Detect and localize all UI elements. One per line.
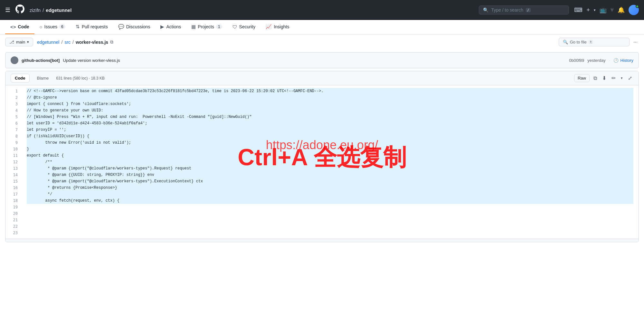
repo-nav: <> Code ○ Issues 6 ⇅ Pull requests 💬 Dis… [0,20,644,34]
hamburger-icon[interactable]: ☰ [5,6,10,14]
tab-projects-label: Projects [198,24,214,29]
line-number: 3 [5,101,22,107]
tab-code-label: Code [18,24,29,29]
horizontal-scrollbar[interactable] [5,239,639,242]
code-line: * @param {import("@cloudflare/workers-ty… [27,178,633,185]
commit-author[interactable]: github-actions[bot] [22,58,60,63]
code-wrapper: https://adone.eu.org/ Ctrl+A 全选复制 123456… [5,85,639,242]
tab-discussions[interactable]: 💬 Discussions [113,20,156,34]
user-avatar[interactable] [629,5,639,15]
line-number: 17 [5,191,22,197]
projects-icon: ▦ [191,24,196,30]
header-breadcrumb-sep: / [43,7,44,13]
tab-security-label: Security [239,24,256,29]
code-line: * @param {import("@cloudflare/workers-ty… [27,165,633,172]
breadcrumb-src-link[interactable]: src [64,40,71,45]
new-action-dropdown[interactable]: ▾ [594,8,596,12]
copy-path-button[interactable]: ⧉ [110,39,113,45]
line-number: 8 [5,133,22,139]
line-number: 9 [5,139,22,146]
search-placeholder: Type / to search [491,7,523,13]
code-line: // @ts-ignore [27,94,633,101]
download-button[interactable]: ⬇ [601,74,608,82]
line-number: 13 [5,165,22,172]
branch-name: main [16,40,25,44]
global-search[interactable]: 🔍 Type / to search / [479,5,569,14]
blame-tab-button[interactable]: Blame [33,74,53,82]
code-icon: <> [10,24,16,30]
header: ☰ zizifn / edgetunnel 🔍 Type / to search… [0,0,644,20]
header-actions: ⌨ + ▾ 📺 ⑂ 🔔 [574,5,639,15]
file-actions-right: 🔍 Go to file t ··· [559,38,639,46]
line-number: 7 [5,127,22,133]
line-number: 19 [5,204,22,210]
new-action-icon[interactable]: + [586,7,590,14]
tab-security[interactable]: 🛡 Security [227,20,261,34]
search-icon2: 🔍 [563,40,568,44]
discussions-icon: 💬 [118,24,124,30]
line-number: 22 [5,223,22,230]
commit-hash[interactable]: 0b00f89 [569,58,584,63]
raw-button[interactable]: Raw [574,74,590,82]
tab-pull-requests[interactable]: ⇅ Pull requests [71,20,113,34]
go-to-file-label: Go to file [570,40,587,44]
activity-icon[interactable]: 📺 [600,6,607,14]
projects-badge: 1 [216,24,222,29]
fork-icon[interactable]: ⑂ [611,7,614,13]
header-breadcrumb: zizifn / edgetunnel [30,7,71,13]
breadcrumb-file-name: worker-vless.js [76,40,108,45]
copy-code-button[interactable]: ⧉ [592,74,598,82]
expand-button[interactable]: ⤢ [627,74,633,82]
code-line: import { connect } from 'cloudflare:sock… [27,101,633,107]
commit-row: github-actions[bot] Update version worke… [5,52,639,68]
code-tab-button[interactable]: Code [11,74,30,82]
code-content: 1234567891011121314151617181920212223 //… [5,85,639,239]
notification-icon[interactable]: 🔔 [618,6,625,14]
github-logo[interactable] [15,5,24,16]
code-line: let proxyIP = ''; [27,127,633,133]
history-label: History [620,58,633,63]
edit-dropdown[interactable]: ▾ [620,75,624,81]
tab-actions[interactable]: ▶ Actions [155,20,186,34]
branch-chevron: ▾ [27,40,29,44]
line-number: 21 [5,217,22,223]
line-number: 18 [5,197,22,204]
code-line: // [Windows] Press "Win + R", input cmd … [27,114,633,120]
tab-insights[interactable]: 📈 Insights [260,20,294,34]
tab-actions-label: Actions [166,24,181,29]
line-number: 4 [5,107,22,114]
code-line: // <!--GAMFC-->version base on commit 43… [27,88,633,94]
code-line: } [27,146,633,152]
tab-issues[interactable]: ○ Issues 6 [34,20,71,34]
line-number: 1 [5,88,22,94]
tab-issues-label: Issues [44,24,57,29]
terminal-icon[interactable]: ⌨ [574,6,582,14]
header-user-link[interactable]: zizifn [30,7,41,13]
code-lines: // <!--GAMFC-->version base on commit 43… [22,85,639,239]
branch-icon: ⎇ [9,40,14,44]
breadcrumb-repo-link[interactable]: edgetunnel [37,40,59,45]
line-number: 15 [5,178,22,185]
header-repo-link[interactable]: edgetunnel [46,7,71,13]
edit-button[interactable]: ✏ [610,74,617,82]
line-number: 11 [5,152,22,159]
line-number: 14 [5,172,22,178]
go-to-file-input[interactable]: 🔍 Go to file t [559,38,630,46]
branch-selector[interactable]: ⎇ main ▾ [5,38,33,46]
clock-icon: 🕐 [613,58,619,63]
tab-projects[interactable]: ▦ Projects 1 [186,20,227,34]
insights-icon: 📈 [266,24,272,30]
go-to-file-kbd: t [589,40,593,44]
history-button[interactable]: 🕐 History [613,58,633,63]
code-line: * @param {{UUID: string, PROXYIP: string… [27,172,633,178]
line-number: 12 [5,159,22,165]
commit-avatar [11,56,18,64]
code-line: // How to generate your own UUID: [27,107,633,114]
line-number: 16 [5,185,22,191]
tab-code[interactable]: <> Code [5,20,34,34]
line-number: 10 [5,146,22,152]
line-number: 5 [5,114,22,120]
code-line: * @returns {Promise<Response>} [27,185,633,191]
more-options-button[interactable]: ··· [632,38,639,46]
code-toolbar-right: Raw ⧉ ⬇ ✏ ▾ ⤢ [574,74,633,82]
